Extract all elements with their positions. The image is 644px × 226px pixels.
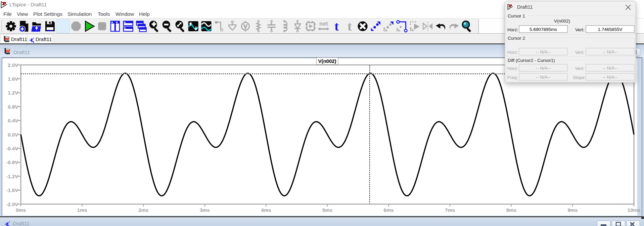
svg-text:1.7465855V: 1.7465855V [598, 27, 623, 32]
svg-text:t: t [334, 19, 339, 33]
svg-text:Horz:: Horz: [507, 66, 518, 71]
svg-text:Horz:: Horz: [507, 50, 518, 55]
svg-text:t: t [348, 19, 352, 33]
svg-text:-- N/A--: -- N/A-- [603, 75, 617, 80]
svg-text:Slope:: Slope: [573, 75, 586, 80]
svg-text:-- N/A--: -- N/A-- [536, 75, 551, 80]
svg-text:Cursor 1: Cursor 1 [508, 13, 525, 18]
svg-text:5.6907895ms: 5.6907895ms [530, 27, 557, 32]
svg-text:Cursor 2: Cursor 2 [508, 36, 525, 41]
svg-text:Vert:: Vert: [575, 50, 585, 55]
svg-text:V(n002): V(n002) [554, 18, 570, 24]
svg-text:-- N/A--: -- N/A-- [536, 66, 551, 71]
svg-text:-- N/A--: -- N/A-- [603, 49, 617, 54]
svg-text:Vert:: Vert: [575, 27, 585, 32]
svg-text:-- N/A--: -- N/A-- [603, 66, 617, 71]
svg-text:net: net [319, 21, 328, 27]
svg-text:Vert:: Vert: [575, 66, 585, 71]
svg-text:Freq:: Freq: [507, 75, 518, 80]
svg-text:-- N/A--: -- N/A-- [536, 49, 551, 54]
svg-text:Diff (Cursor2 - Cursor1): Diff (Cursor2 - Cursor1) [508, 58, 555, 63]
svg-text:Draft11: Draft11 [517, 4, 533, 10]
svg-text:Horz:: Horz: [507, 27, 518, 32]
